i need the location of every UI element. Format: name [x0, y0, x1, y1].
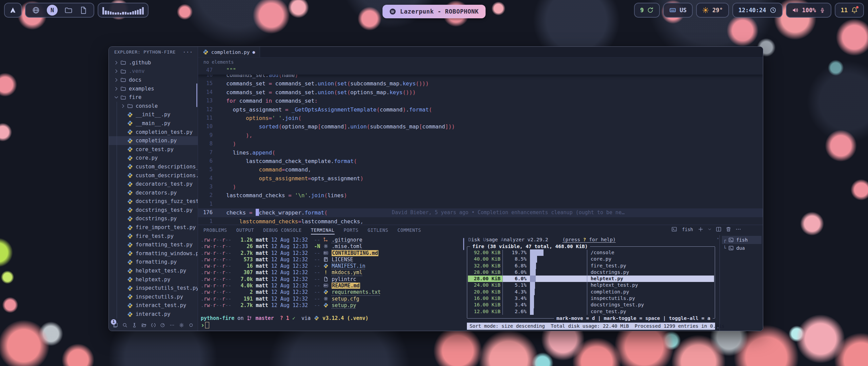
file-link[interactable]: requirements.txt: [332, 289, 381, 295]
doc-icon: [323, 277, 329, 282]
notifications-widget[interactable]: 11: [835, 3, 864, 18]
tree-item-fire[interactable]: fire: [109, 93, 198, 102]
workspace-files[interactable]: [64, 6, 73, 14]
dua-row-core_test.py[interactable]: 12.00 KiB2.6%core_test.py: [468, 308, 714, 315]
tree-item-inspectutils.py[interactable]: inspectutils.py: [109, 292, 198, 301]
tree-item-label: formatting_windows.py: [136, 250, 198, 257]
sidebar-scrollbar[interactable]: [196, 83, 197, 107]
tree-item-completion_test.py[interactable]: completion_test.py: [109, 128, 198, 137]
activity-beaker-button[interactable]: [132, 322, 137, 329]
launcher-button[interactable]: [4, 3, 22, 18]
activity-ellipsis-button[interactable]: [170, 322, 175, 329]
panel-body: .rw-r--r-- 1.2k matt 12 Aug 12:32 -- .gi…: [198, 235, 763, 331]
shell-input-line[interactable]: ›: [201, 322, 462, 328]
panel-tab-problems[interactable]: PROBLEMS: [203, 226, 227, 235]
tree-item-core.py[interactable]: core.py: [109, 154, 198, 163]
activity-circle-button[interactable]: [189, 322, 194, 329]
updates-widget[interactable]: 9: [634, 3, 660, 18]
visualizer-bar: [139, 9, 141, 15]
tree-item-docstrings_fuzz_test.py[interactable]: docstrings_fuzz_test.py: [109, 197, 198, 206]
workspace-notes[interactable]: N: [47, 5, 58, 16]
dua-row-docstrings.py[interactable]: 28.00 KiB6.0%docstrings.py: [468, 269, 714, 276]
dua-row-helptext.py[interactable]: 28.00 KiB6.0%helptext.py: [468, 276, 714, 282]
terminal-list-item-fish[interactable]: ┌fish: [722, 236, 762, 244]
workspace-documents[interactable]: [79, 6, 87, 14]
tree-item-decorators.py[interactable]: decorators.py: [109, 188, 198, 197]
tree-item-__main__.py[interactable]: __main__.py: [109, 119, 198, 128]
panel-tab-ports[interactable]: PORTS: [344, 226, 359, 235]
tree-item-examples[interactable]: examples: [109, 84, 198, 93]
activity-gear-button[interactable]: [179, 322, 184, 329]
tree-item-formatting_windows.py[interactable]: formatting_windows.py: [109, 249, 198, 258]
panel-tab-debug-console[interactable]: DEBUG CONSOLE: [263, 226, 301, 235]
terminal-scrollbar[interactable]: [463, 238, 464, 250]
tree-item-helptext.py[interactable]: helptext.py: [109, 275, 198, 284]
code-text: checks = check_wrapper.format(: [220, 208, 328, 217]
activity-search-button[interactable]: [122, 322, 127, 329]
dua-row-inspectutils.py[interactable]: 16.00 KiB3.4%inspectutils.py: [468, 295, 714, 302]
tree-item-helptext_test.py[interactable]: helptext_test.py: [109, 266, 198, 275]
terminal-file-row: .rw-r--r-- 573 matt 12 Aug 12:32 -- LICE…: [201, 257, 462, 263]
tree-item-fire_test.py[interactable]: fire_test.py: [109, 232, 198, 241]
tree-item-docstrings_test.py[interactable]: docstrings_test.py: [109, 206, 198, 215]
tree-item-inspectutils_test.py[interactable]: inspectutils_test.py: [109, 284, 198, 292]
terminal-list-item-dua[interactable]: └dua: [722, 244, 762, 252]
panel-tab-output[interactable]: OUTPUT: [236, 226, 254, 235]
tree-item-core_test.py[interactable]: core_test.py: [109, 145, 198, 154]
audio-visualizer: [98, 3, 149, 18]
activity-brackets-button[interactable]: [151, 322, 156, 329]
activity-files-button[interactable]: 1: [113, 322, 118, 329]
tree-item-docstrings.py[interactable]: docstrings.py: [109, 215, 198, 223]
file-link[interactable]: setup.cfg: [332, 296, 359, 302]
tree-item-fire_import_test.py[interactable]: fire_import_test.py: [109, 223, 198, 232]
tree-item-console[interactable]: console: [109, 102, 198, 110]
panel-tab-gitlens[interactable]: GITLENS: [368, 226, 388, 235]
panel-tab-comments[interactable]: COMMENTS: [397, 226, 421, 235]
terminal-fish[interactable]: .rw-r--r-- 1.2k matt 12 Aug 12:32 -- .gi…: [201, 237, 462, 328]
tree-item-completion.py[interactable]: completion.py: [109, 136, 198, 145]
file-link[interactable]: README.md: [332, 283, 360, 289]
clock-widget[interactable]: 12:40:24: [732, 3, 783, 18]
file-link[interactable]: MANIFEST.in: [332, 263, 365, 269]
tree-item-custom_descriptions.py[interactable]: custom_descriptions.py: [109, 171, 198, 180]
file-link[interactable]: LICENSE: [332, 257, 353, 263]
keyboard-layout-widget[interactable]: US: [663, 3, 692, 18]
tree-item-.github[interactable]: .github: [109, 58, 198, 67]
scroll-up-arrow[interactable]: ▴: [717, 236, 719, 240]
code-line: 176 checks = check_wrapper.format(David …: [198, 208, 763, 217]
file-link[interactable]: .gitignore: [332, 237, 362, 243]
activity-record-button[interactable]: [160, 322, 165, 329]
tree-item-__init__.py[interactable]: __init__.py: [109, 110, 198, 119]
file-link[interactable]: setup.py: [332, 302, 356, 308]
dua-row-core.py[interactable]: 40.00 KiB8.5%core.py: [468, 256, 714, 262]
dua-row-docstrings_test.py[interactable]: 16.00 KiB3.4%docstrings_test.py: [468, 302, 714, 308]
tab-completion-py[interactable]: completion.py ●: [198, 47, 260, 57]
tree-item-.venv[interactable]: .venv: [109, 67, 198, 76]
panel-tab-terminal[interactable]: TERMINAL: [311, 226, 335, 235]
now-playing-pill[interactable]: Lazerpunk - ROBOPHONK: [382, 5, 486, 18]
tree-item-label: fire_import_test.py: [136, 224, 196, 230]
activity-folder-opened-button[interactable]: [141, 322, 146, 329]
dua-row-completion.py[interactable]: 20.00 KiB4.3%completion.py: [468, 289, 714, 295]
code-editor[interactable]: 47 """16 commands_set.add(name)15 comman…: [198, 66, 763, 225]
file-link[interactable]: .mise.toml: [332, 243, 362, 249]
scroll-down-arrow[interactable]: ▾: [717, 326, 719, 330]
dua-row-console[interactable]: 92.00 KiB19.7%/console: [468, 249, 714, 256]
audio-widget[interactable]: 100%: [786, 3, 831, 18]
terminal-dua[interactable]: Disk Usage Analyzer v2.29.2(press ? for …: [467, 237, 715, 330]
dua-row-fire_test.py[interactable]: 32.00 KiB6.8%fire_test.py: [468, 263, 714, 269]
explorer-more-button[interactable]: ···: [183, 49, 193, 55]
file-link[interactable]: pylintrc: [332, 276, 356, 282]
file-link[interactable]: CONTRIBUTING.md: [332, 250, 378, 256]
weather-widget[interactable]: 29°: [696, 3, 729, 18]
tree-item-formatting_test.py[interactable]: formatting_test.py: [109, 240, 198, 249]
file-link[interactable]: mkdocs.yml: [332, 269, 362, 276]
workspace-browser[interactable]: [32, 6, 40, 14]
tree-item-formatting.py[interactable]: formatting.py: [109, 258, 198, 267]
tree-item-interact.py[interactable]: interact.py: [109, 310, 198, 319]
tree-item-decorators_test.py[interactable]: decorators_test.py: [109, 180, 198, 188]
tree-item-custom_descriptions_test.[interactable]: custom_descriptions_test.…: [109, 162, 198, 171]
dua-row-helptext_test.py[interactable]: 24.00 KiB5.1%helptext_test.py: [468, 282, 714, 288]
tree-item-docs[interactable]: docs: [109, 76, 198, 84]
tree-item-interact_test.py[interactable]: interact_test.py: [109, 301, 198, 310]
